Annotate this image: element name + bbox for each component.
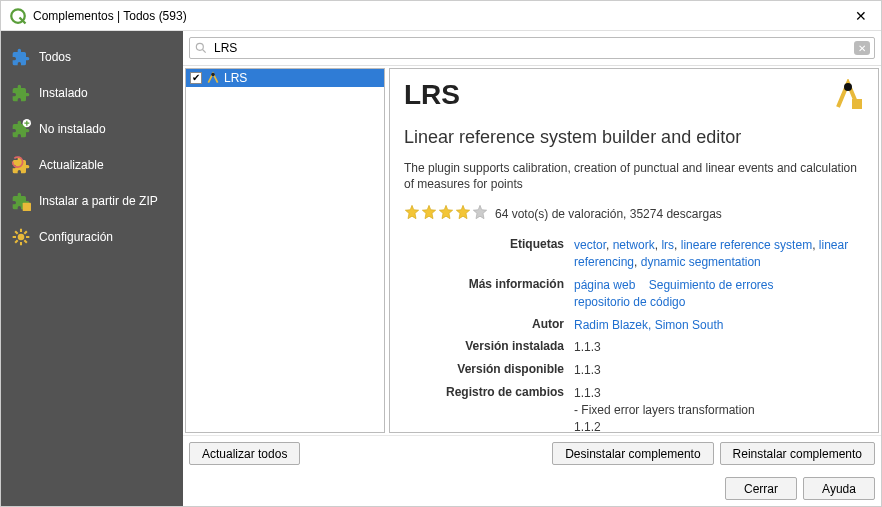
action-row: Actualizar todos Desinstalar complemento… xyxy=(183,435,881,471)
sidebar-item-todos[interactable]: Todos xyxy=(5,39,179,75)
sidebar-item-label: Instalar a partir de ZIP xyxy=(39,194,158,208)
meta-value-installed-version: 1.1.3 xyxy=(574,339,864,356)
meta-label-author: Autor xyxy=(404,317,564,334)
plugin-description: The plugin supports calibration, creatio… xyxy=(404,160,864,192)
svg-point-5 xyxy=(211,73,215,77)
svg-rect-2 xyxy=(23,203,31,211)
clear-search-icon[interactable]: ✕ xyxy=(854,41,870,55)
sidebar-item-label: Todos xyxy=(39,50,71,64)
dialog-footer: Cerrar Ayuda xyxy=(183,471,881,506)
sidebar: Todos Instalado No instalado Actualizabl… xyxy=(1,31,183,506)
list-item-label: LRS xyxy=(224,71,247,85)
homepage-link[interactable]: página web xyxy=(574,278,635,292)
window-title: Complementos | Todos (593) xyxy=(33,9,849,23)
search-box[interactable]: ✕ xyxy=(189,37,875,59)
sidebar-item-label: Instalado xyxy=(39,86,88,100)
sidebar-item-no-instalado[interactable]: No instalado xyxy=(5,111,179,147)
gear-icon xyxy=(11,227,31,247)
uninstall-button[interactable]: Desinstalar complemento xyxy=(552,442,713,465)
sidebar-item-instalado[interactable]: Instalado xyxy=(5,75,179,111)
tag-link[interactable]: vector xyxy=(574,238,606,252)
plugin-rating: 64 voto(s) de valoración, 35274 descarga… xyxy=(404,204,864,223)
meta-value-available-version: 1.1.3 xyxy=(574,362,864,379)
star-icon xyxy=(438,204,454,223)
help-button[interactable]: Ayuda xyxy=(803,477,875,500)
star-icon xyxy=(455,204,471,223)
plugin-list[interactable]: ✔ LRS xyxy=(185,68,385,433)
repo-link[interactable]: repositorio de código xyxy=(574,295,685,309)
reinstall-button[interactable]: Reinstalar complemento xyxy=(720,442,875,465)
meta-value-author: Radim Blazek, Simon South xyxy=(574,317,864,334)
plugin-logo-icon xyxy=(832,79,864,111)
tag-link[interactable]: lineare reference system xyxy=(681,238,812,252)
puzzle-icon xyxy=(11,47,31,67)
search-input[interactable] xyxy=(214,41,850,55)
puzzle-plus-icon xyxy=(11,119,31,139)
svg-rect-7 xyxy=(852,99,862,109)
tag-link[interactable]: lrs xyxy=(661,238,674,252)
meta-label-available-version: Versión disponible xyxy=(404,362,564,379)
plugin-name: LRS xyxy=(404,79,832,111)
search-bar: ✕ xyxy=(183,31,881,66)
plugin-detail: LRS Linear reference system builder and … xyxy=(389,68,879,433)
puzzle-refresh-icon xyxy=(11,155,31,175)
sidebar-item-instalar-zip[interactable]: Instalar a partir de ZIP xyxy=(5,183,179,219)
puzzle-zip-icon xyxy=(11,191,31,211)
checkbox-icon[interactable]: ✔ xyxy=(190,72,202,84)
sidebar-item-label: Actualizable xyxy=(39,158,104,172)
tag-link[interactable]: network xyxy=(613,238,655,252)
star-icon xyxy=(421,204,437,223)
meta-value-more-info: página web Seguimiento de errores reposi… xyxy=(574,277,864,311)
svg-point-4 xyxy=(196,43,203,50)
sidebar-item-label: Configuración xyxy=(39,230,113,244)
rating-text: 64 voto(s) de valoración, 35274 descarga… xyxy=(495,207,722,221)
close-button[interactable]: Cerrar xyxy=(725,477,797,500)
sidebar-item-actualizable[interactable]: Actualizable xyxy=(5,147,179,183)
plugin-icon xyxy=(206,71,220,85)
svg-point-3 xyxy=(18,234,25,241)
changelog-line: 1.1.2 xyxy=(574,419,864,433)
meta-value-tags: vector, network, lrs, lineare reference … xyxy=(574,237,864,271)
search-icon xyxy=(194,41,208,55)
qgis-icon xyxy=(9,7,27,25)
bugtracker-link[interactable]: Seguimiento de errores xyxy=(649,278,774,292)
changelog-line: 1.1.3 xyxy=(574,385,864,402)
meta-label-changelog: Registro de cambios xyxy=(404,385,564,433)
title-bar: Complementos | Todos (593) ✕ xyxy=(1,1,881,31)
puzzle-check-icon xyxy=(11,83,31,103)
meta-label-tags: Etiquetas xyxy=(404,237,564,271)
svg-point-6 xyxy=(844,83,852,91)
meta-label-installed-version: Versión instalada xyxy=(404,339,564,356)
sidebar-item-label: No instalado xyxy=(39,122,106,136)
close-icon[interactable]: ✕ xyxy=(849,8,873,24)
star-icon xyxy=(404,204,420,223)
tag-link[interactable]: dynamic segmentation xyxy=(641,255,761,269)
meta-value-changelog: 1.1.3 - Fixed error layers transformatio… xyxy=(574,385,864,433)
changelog-line: - Fixed error layers transformation xyxy=(574,402,864,419)
plugin-subtitle: Linear reference system builder and edit… xyxy=(404,127,864,148)
update-all-button[interactable]: Actualizar todos xyxy=(189,442,300,465)
sidebar-item-configuracion[interactable]: Configuración xyxy=(5,219,179,255)
list-item[interactable]: ✔ LRS xyxy=(186,69,384,87)
star-empty-icon xyxy=(472,204,488,223)
meta-label-more-info: Más información xyxy=(404,277,564,311)
author-link[interactable]: Radim Blazek, Simon South xyxy=(574,318,723,332)
